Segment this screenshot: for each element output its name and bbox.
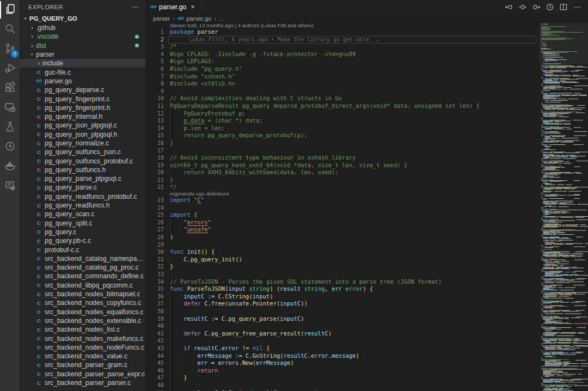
- line-number[interactable]: 35: [145, 285, 164, 293]
- token[interactable]: p.data: [183, 117, 204, 124]
- tree-item-pg_query.pb-c.c[interactable]: Cpg_query.pb-c.c: [20, 236, 145, 245]
- line-number[interactable]: 34: [145, 278, 164, 286]
- code-line-1[interactable]: 1package parser: [145, 28, 539, 36]
- tree-item-src_backend_nodes_extensible.c[interactable]: Csrc_backend_nodes_extensible.c: [20, 316, 145, 325]
- tree-item-pg_query_readfuncs.h[interactable]: Cpg_query_readfuncs.h: [20, 201, 145, 210]
- line-number[interactable]: 14: [145, 125, 164, 132]
- breadcrumb-file[interactable]: parser.go: [186, 15, 211, 22]
- tree-item-pg_query_json_plpgsql.h[interactable]: Cpg_query_json_plpgsql.h: [20, 130, 145, 139]
- line-number[interactable]: 27: [145, 226, 164, 234]
- tree-item-src_backend_catalog_namespace.c[interactable]: Csrc_backend_catalog_namespace.c: [20, 254, 145, 263]
- code-line-41[interactable]: 41 defer C.pg_query_free_parse_result(re…: [145, 330, 539, 338]
- activitybar-run-debug[interactable]: [0, 59, 20, 78]
- more-actions-icon[interactable]: ⋯: [132, 3, 139, 11]
- code-line-33[interactable]: 33: [145, 271, 539, 278]
- token[interactable]: unsafe: [187, 226, 208, 233]
- close-tab-icon[interactable]: ×: [191, 3, 195, 11]
- code-line-16[interactable]: 16}: [145, 139, 539, 147]
- line-number[interactable]: 49: [145, 389, 164, 391]
- line-number[interactable]: 12: [145, 110, 164, 118]
- code-line-12[interactable]: 12 PgQueryProtobuf p;: [145, 110, 539, 118]
- tree-item-pg_query.c[interactable]: Cpg_query.c: [20, 228, 145, 236]
- line-number[interactable]: 44: [145, 352, 164, 360]
- tree-item-src_backend_nodes_copyfuncs.c[interactable]: Csrc_backend_nodes_copyfuncs.c: [20, 298, 145, 307]
- line-number[interactable]: 13: [145, 117, 164, 125]
- code-line-29[interactable]: 29: [145, 241, 539, 249]
- code-line-43[interactable]: 43 if resultC.error != nil {: [145, 345, 539, 352]
- line-number[interactable]: 5: [145, 58, 164, 65]
- next-change-icon[interactable]: [529, 0, 543, 14]
- tree-item-pg_query_fingerprint.h[interactable]: Cpg_query_fingerprint.h: [20, 103, 145, 112]
- split-editor-icon[interactable]: [556, 0, 570, 14]
- activitybar-explorer[interactable]: [0, 0, 20, 20]
- file-history-icon[interactable]: [543, 0, 556, 14]
- line-number[interactable]: 21: [145, 176, 164, 184]
- tab-parser-go[interactable]: GO parser.go ×: [145, 0, 200, 14]
- breadcrumb-folder[interactable]: parser: [153, 15, 170, 22]
- tree-item-pg_query_readfuncs_protobuf.c[interactable]: Cpg_query_readfuncs_protobuf.c: [20, 192, 145, 201]
- token[interactable]: errors: [187, 219, 208, 225]
- tree-item-src_backend_parser_parser.c[interactable]: Csrc_backend_parser_parser.c: [20, 378, 145, 387]
- code-line-21[interactable]: 21}: [145, 176, 539, 184]
- line-number[interactable]: 45: [145, 359, 164, 367]
- tree-item-src_backend_nodes_equalfuncs.c[interactable]: Csrc_backend_nodes_equalfuncs.c: [20, 308, 145, 316]
- line-number[interactable]: 28: [145, 234, 164, 241]
- tree-item-pg_query_outfuncs_json.c[interactable]: Cpg_query_outfuncs_json.c: [20, 148, 145, 156]
- line-number[interactable]: 47: [145, 374, 164, 382]
- line-number[interactable]: 40: [145, 322, 164, 330]
- line-number[interactable]: 42: [145, 337, 164, 345]
- code-line-7[interactable]: 7#include "xxhash.h": [145, 73, 539, 81]
- tree-item-.vscode[interactable]: ›.vscode: [20, 32, 145, 41]
- code-line-30[interactable]: 30func init() {: [145, 248, 539, 256]
- tree-item-src_backend_nodes_list.c[interactable]: Csrc_backend_nodes_list.c: [20, 325, 145, 334]
- line-number[interactable]: 15: [145, 132, 164, 139]
- line-number[interactable]: 20: [145, 169, 164, 176]
- code-line-25[interactable]: 25import (: [145, 211, 539, 219]
- line-number[interactable]: 23: [145, 197, 164, 204]
- code-editor[interactable]: Steven Kalt, 13 months ago | 4 authors (…: [145, 23, 539, 391]
- line-number[interactable]: 11: [145, 102, 164, 110]
- code-line-9[interactable]: 9: [145, 88, 539, 95]
- open-changes-icon[interactable]: [516, 0, 529, 14]
- line-number[interactable]: 43: [145, 345, 164, 352]
- tree-item-pg_query_internal.h[interactable]: Cpg_query_internal.h: [20, 112, 145, 121]
- tree-item-src_backend_nodes_value.c[interactable]: Csrc_backend_nodes_value.c: [20, 352, 145, 361]
- line-number[interactable]: 30: [145, 248, 164, 256]
- tree-item-pg_query_outfuncs.h[interactable]: Cpg_query_outfuncs.h: [20, 166, 145, 174]
- line-number[interactable]: 36: [145, 293, 164, 301]
- tree-item-dist[interactable]: ›dist: [20, 41, 145, 50]
- code-line-23[interactable]: 23import "C": [145, 197, 539, 204]
- code-line-22[interactable]: 22*/: [145, 184, 539, 191]
- activitybar-testing[interactable]: [0, 118, 20, 137]
- line-number[interactable]: 17: [145, 147, 164, 155]
- code-line-39[interactable]: 39 resultC := C.pg_query_parse(inputC): [145, 315, 539, 323]
- tree-item-src_backend_nodes_nodeFuncs.c[interactable]: Csrc_backend_nodes_nodeFuncs.c: [20, 343, 145, 352]
- line-number[interactable]: 37: [145, 300, 164, 308]
- tree-item-pg_query_split.c[interactable]: Cpg_query_split.c: [20, 219, 145, 228]
- tree-item-src_backend_commands_define.c[interactable]: Csrc_backend_commands_define.c: [20, 272, 145, 280]
- code-line-5[interactable]: 5#cgo LDFLAGS:: [145, 58, 539, 65]
- line-number[interactable]: 39: [145, 315, 164, 323]
- code-line-18[interactable]: 18// Avoid inconsistent type behaviour i…: [145, 154, 539, 162]
- code-line-47[interactable]: 47 }: [145, 374, 539, 382]
- tree-item-src_backend_parser_parse_expr.c[interactable]: Csrc_backend_parser_parse_expr.c: [20, 370, 145, 378]
- tree-item-pg_query_deparse.c[interactable]: Cpg_query_deparse.c: [20, 85, 145, 94]
- line-number[interactable]: 8: [145, 80, 164, 88]
- code-line-8[interactable]: 8#include <stdlib.h>: [145, 80, 539, 88]
- code-line-6[interactable]: 6#include "pg_query.h": [145, 65, 539, 73]
- activitybar-extensions[interactable]: [0, 78, 20, 98]
- tree-item-src_backend_libpq_pqcomm.c[interactable]: Csrc_backend_libpq_pqcomm.c: [20, 281, 145, 290]
- tree-item-src_backend_nodes_makefuncs.c[interactable]: Csrc_backend_nodes_makefuncs.c: [20, 334, 145, 343]
- code-line-3[interactable]: 3/*: [145, 43, 539, 51]
- code-line-24[interactable]: 24: [145, 204, 539, 212]
- activitybar-remote-explorer[interactable]: [0, 98, 20, 118]
- line-number[interactable]: 38: [145, 308, 164, 315]
- code-line-48[interactable]: 48: [145, 382, 539, 389]
- tree-item-guc-file.c[interactable]: Cguc-file.c: [20, 68, 145, 76]
- line-number[interactable]: 26: [145, 219, 164, 227]
- line-number[interactable]: 7: [145, 73, 164, 81]
- code-line-44[interactable]: 44 errMessage := C.GoString(resultC.erro…: [145, 352, 539, 360]
- activitybar-source-control[interactable]: 7: [0, 39, 20, 59]
- code-line-34[interactable]: 34// ParseToJSON - Parses the given SQL …: [145, 278, 539, 286]
- code-line-38[interactable]: 38: [145, 308, 539, 315]
